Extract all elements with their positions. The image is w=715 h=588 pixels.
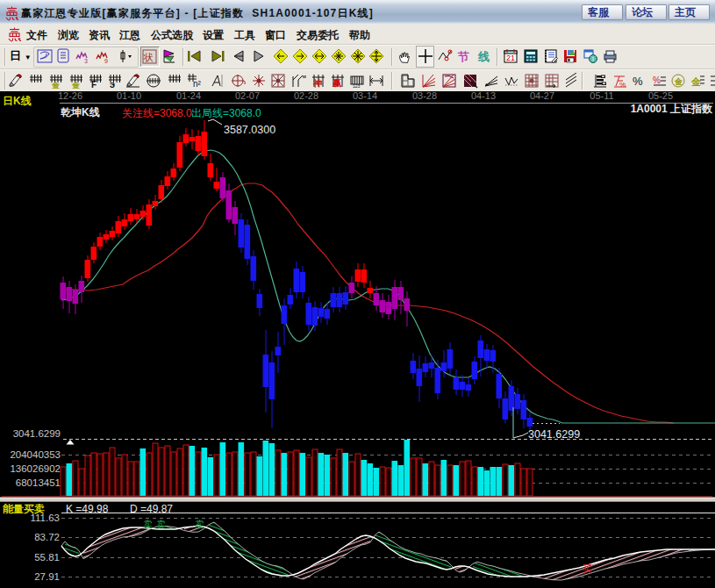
svg-text:12-26: 12-26: [58, 91, 82, 101]
svg-text:金: 金: [690, 76, 702, 87]
svg-text:204040353: 204040353: [10, 449, 61, 460]
svg-text:赢: 赢: [332, 78, 341, 88]
svg-text:01-10: 01-10: [117, 91, 141, 101]
svg-text:1A0001 上证指数: 1A0001 上证指数: [631, 103, 713, 115]
svg-text:关注线=3068.0: 关注线=3068.0: [122, 107, 192, 119]
svg-text:日K线: 日K线: [3, 95, 32, 107]
svg-text:金: 金: [51, 81, 61, 89]
svg-text:02-07: 02-07: [235, 91, 260, 101]
svg-text:27.91: 27.91: [34, 571, 60, 582]
svg-text:83.72: 83.72: [34, 532, 60, 542]
svg-text:3587.0300: 3587.0300: [224, 124, 275, 136]
svg-text:出局线=3068.0: 出局线=3068.0: [191, 107, 261, 119]
svg-text:03-28: 03-28: [412, 91, 437, 101]
svg-text:%: %: [633, 75, 643, 88]
svg-text:神: 神: [312, 78, 322, 88]
svg-text:68013451: 68013451: [16, 477, 61, 488]
svg-text:02-28: 02-28: [294, 91, 318, 101]
svg-text:卖: 卖: [156, 519, 166, 529]
svg-text:05-25: 05-25: [648, 91, 673, 101]
svg-text:9: 9: [104, 58, 108, 64]
svg-text:136026902: 136026902: [10, 463, 61, 474]
svg-text:n²: n²: [193, 79, 202, 89]
svg-text:3: 3: [84, 58, 88, 64]
svg-text:卖: 卖: [195, 519, 204, 529]
svg-text:乾坤K线: 乾坤K线: [61, 106, 100, 118]
svg-text:э: э: [110, 79, 115, 89]
svg-text:55.81: 55.81: [34, 552, 60, 563]
svg-text:买: 买: [583, 563, 592, 574]
svg-text:111.63: 111.63: [31, 513, 60, 523]
svg-text:卖: 卖: [143, 519, 153, 529]
svg-text:3041.6299: 3041.6299: [528, 428, 580, 441]
svg-text:05-11: 05-11: [590, 91, 613, 101]
svg-text:123: 123: [353, 83, 361, 89]
svg-text:3041.6299: 3041.6299: [13, 428, 61, 439]
svg-text:%: %: [653, 75, 661, 85]
svg-text:金: 金: [71, 81, 81, 89]
svg-text:01-24: 01-24: [176, 91, 201, 101]
svg-text:03-14: 03-14: [353, 91, 377, 101]
svg-text:21: 21: [506, 54, 515, 62]
svg-text:状: 状: [143, 52, 154, 62]
svg-text:04-27: 04-27: [530, 91, 554, 101]
svg-text:04-13: 04-13: [471, 91, 496, 101]
svg-text:节: 节: [457, 50, 469, 63]
svg-text:线: 线: [477, 50, 490, 63]
svg-text:金: 金: [674, 77, 683, 86]
svg-text:%: %: [619, 81, 626, 89]
svg-text:F: F: [91, 80, 97, 89]
